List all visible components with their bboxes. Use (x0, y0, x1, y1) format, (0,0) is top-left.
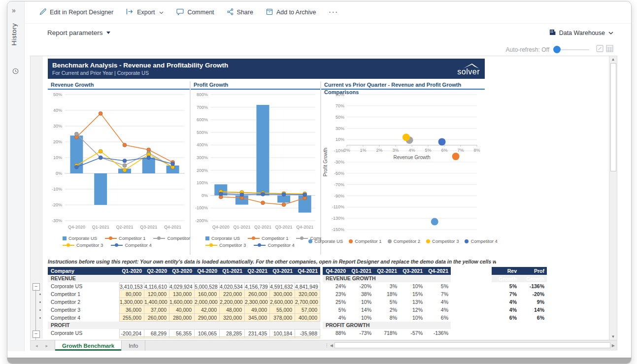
header-cell: Q1-2021 (220, 267, 245, 275)
sheet-nav-next-button[interactable]: ▸ (46, 343, 48, 348)
legend-swatch (63, 236, 67, 240)
report-title: Benchmark Analysis - Revenue and Profita… (52, 62, 228, 69)
summary-cell: -20% (519, 290, 547, 298)
collapse-revenue-button[interactable]: − (33, 283, 40, 291)
y-tick-label: -110% (332, 204, 344, 209)
value-cell: 49,000 (245, 306, 270, 314)
table-row: 24%-20%3%10%5% (323, 282, 451, 290)
share-icon (227, 8, 234, 17)
line-marker (99, 149, 102, 153)
legend-item: Competitor 2 (153, 235, 194, 241)
table-row: Corporate US3,410,1534,116,6104,029,9245… (48, 282, 320, 290)
value-cell: 4,020,534 (220, 282, 245, 290)
grid-view-icon[interactable] (606, 45, 613, 54)
tab-growth-benchmark[interactable]: Growth Benchmark (55, 340, 122, 351)
y-tick-label: 50% (335, 115, 344, 120)
header-cell: Q1-2021 (348, 267, 374, 275)
legend-row: Competitor 3Competitor 4 (205, 242, 320, 248)
header-cell: Q2-2020 (144, 267, 169, 275)
y-tick-label: 30% (335, 126, 344, 131)
bar (94, 173, 107, 205)
line-marker (282, 193, 286, 197)
report-parameters-label: Report parameters (47, 29, 103, 36)
y-tick-label: -30% (52, 218, 62, 223)
sidebar-item-history[interactable]: History (10, 23, 18, 46)
comment-button[interactable]: Comment (176, 8, 214, 17)
section-fill (245, 275, 270, 282)
comment-icon (176, 8, 184, 17)
y-tick-label: -20% (52, 202, 62, 207)
legend-swatch (248, 236, 260, 240)
scatter-point (431, 218, 438, 226)
section-fill (119, 275, 144, 282)
slider-handle[interactable] (553, 46, 561, 53)
edit-in-report-designer-button[interactable]: Edit in Report Designer (39, 8, 113, 17)
value-cell: 300,000 (270, 290, 295, 298)
header-cell: Q3-2021 (400, 267, 425, 275)
legend-item: Competitor 2 (388, 238, 420, 244)
tab-info[interactable]: Info (122, 340, 145, 351)
summary-cell: 9% (519, 298, 547, 306)
share-button[interactable]: Share (227, 8, 253, 17)
instructions-text: Instructions before using this report: Y… (48, 259, 496, 265)
horizontal-scrollbar-thumb[interactable] (335, 342, 610, 348)
outline-dot (39, 294, 41, 295)
x-tick-label: 0% (343, 148, 350, 153)
scroll-down-button[interactable]: ▼ (609, 334, 617, 339)
app-window: » History Edit in Report Designer Export… (7, 1, 632, 364)
auto-refresh-label: Auto-refresh: Off (506, 46, 549, 53)
section-label: REVENUE (48, 275, 119, 282)
edit-toggle-icon[interactable] (596, 45, 603, 54)
auto-refresh-slider[interactable] (553, 46, 589, 53)
comment-label: Comment (187, 9, 214, 16)
archive-icon (266, 8, 273, 17)
growth-cell: 3% (374, 282, 400, 290)
summary-cell: 5% (492, 282, 519, 290)
legend-label: Corporate US (314, 238, 343, 244)
legend-item: Competitor 1 (105, 235, 145, 241)
legend-dot (300, 236, 303, 240)
sidebar-expand-icon[interactable]: » (12, 6, 16, 14)
table-row: Competitor 180,000120,000130,000160,0002… (48, 290, 320, 298)
scroll-left-button[interactable]: ◀ (330, 343, 333, 348)
growth-cell: 5% (374, 298, 400, 306)
growth-cell: 25% (323, 298, 348, 306)
y-tick-label: -10% (334, 148, 344, 153)
x-tick-label: Q4-2020 (212, 225, 230, 230)
edit-label: Edit in Report Designer (50, 9, 113, 16)
value-cell: 1,300,000 (119, 298, 144, 306)
sheet-nav-prev-button[interactable]: ◂ (35, 343, 38, 348)
export-label: Export (137, 9, 155, 16)
data-warehouse-dropdown[interactable]: Data Warehouse (549, 29, 613, 37)
y-tick-label: 600% (197, 117, 208, 122)
value-cell (220, 337, 245, 338)
more-actions-button[interactable]: ··· (329, 8, 339, 16)
legend-row: Competitor 3Competitor 4 (63, 242, 190, 248)
vertical-scrollbar-thumb[interactable] (610, 63, 616, 171)
value-cell: 48,000 (220, 306, 245, 314)
report-viewer: Benchmark Analysis - Revenue and Profita… (30, 56, 617, 350)
value-cell: -200,204 (119, 329, 144, 337)
x-tick-label: 5% (425, 148, 431, 153)
y-tick-label: 70% (335, 103, 344, 108)
collapse-profit-button[interactable]: − (33, 331, 40, 338)
line-marker (123, 159, 127, 163)
legend-swatch (296, 236, 308, 240)
scroll-up-button[interactable]: ▲ (609, 57, 617, 62)
profit-growth-legend: Corporate USCompetitor 1Competitor 2Comp… (191, 234, 320, 248)
export-button[interactable]: Export (126, 8, 164, 16)
value-cell (144, 337, 169, 338)
value-cell (195, 337, 220, 338)
scrollbar-grip-icon[interactable]: ⋮ (325, 343, 329, 348)
x-tick-label: Q3-2021 (140, 225, 157, 230)
section-fill (220, 275, 245, 282)
scroll-right-button[interactable]: ▶ (612, 343, 615, 348)
value-cell: 260,000 (144, 314, 169, 322)
legend-item: Competitor 4 (111, 242, 151, 248)
add-to-archive-button[interactable]: Add to Archive (266, 8, 316, 17)
legend-dot (209, 243, 213, 247)
report-parameters-dropdown[interactable]: Report parameters (47, 29, 110, 36)
slider-track[interactable] (561, 49, 589, 50)
vertical-scrollbar[interactable]: ▲ ▼ (609, 56, 617, 340)
legend-swatch (105, 236, 117, 240)
